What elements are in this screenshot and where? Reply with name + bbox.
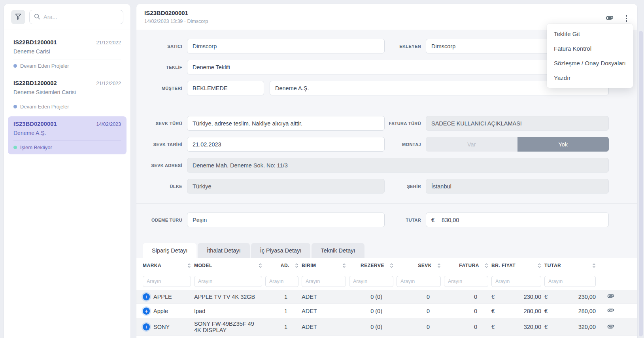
record-name: Deneme A.Ş. [13,130,121,136]
more-actions-button[interactable] [623,14,630,23]
order-items-table: MARKA MODEL AD. BİRİM REZERVE [136,258,637,336]
teklif-label: TEKLİF [136,65,182,70]
filter-input-rezerve[interactable] [349,276,393,287]
column-header-tutar[interactable]: TUTAR [544,263,596,268]
cell-fatura: 0 [444,324,488,330]
tutar-field[interactable]: € 830,00 [426,213,609,227]
expand-row-icon[interactable]: + [143,308,150,315]
record-date: 21/12/2022 [96,81,121,86]
row-attachment-icon[interactable] [607,323,615,332]
list-item-selected[interactable]: IS23BD0200001 14/02/2023 Deneme A.Ş. İşl… [8,116,127,154]
menu-item-fatura-kontrol[interactable]: Fatura Kontrol [547,41,633,56]
filter-button[interactable] [11,10,25,24]
montaj-option-yok[interactable]: Yok [517,137,609,152]
status-dot-icon [13,64,17,68]
attachments-button[interactable] [604,13,615,24]
cell-rezerve: 0 (0) [349,324,393,330]
cell-birim: ADET [302,324,346,330]
record-name: Deneme Carisi [13,48,121,55]
montaj-option-var[interactable]: Var [426,137,517,152]
record-code: IS22BD1200002 [13,80,57,86]
column-header-birim[interactable]: BİRİM [302,263,346,268]
filter-input-birim[interactable] [302,276,346,287]
cell-birim: ADET [302,294,346,300]
fatura-turu-field: SADECE KULLANICI AÇIKLAMASI [426,116,609,131]
sehir-field: İstanbul [426,179,609,194]
musteri-status-field[interactable]: BEKLEMEDE [187,81,264,95]
cell-tutar: €320,00 [544,324,596,330]
euro-symbol: € [431,217,434,223]
menu-item-sozlesme-onay-dosyalari[interactable]: Sözleşme / Onay Dosyaları [547,56,633,70]
column-header-ad[interactable]: AD. [265,263,298,268]
cell-ad: 1 [265,324,298,330]
teklif-field[interactable]: Deneme Teklifi [187,60,609,74]
list-item[interactable]: IS22BD1200002 21/12/2022 Deneme Sistemle… [8,76,127,114]
filter-input-marka[interactable] [143,276,191,287]
cell-br-fiyat: €280,00 [491,308,541,314]
tab-ithalat-detayi[interactable]: İthalat Detayı [198,243,249,258]
sort-icon [538,263,541,268]
form-section-shipping: SEVK TÜRÜ Türkiye, adrese teslim. Nakliy… [136,107,637,204]
cell-marka: APPLE [153,294,172,300]
sort-icon [592,263,596,268]
cell-model: SONY FW-49BZ35F 49 4K DISPLAY [194,321,262,333]
expand-row-icon[interactable]: + [143,293,150,300]
ulke-field: Türkiye [187,179,385,194]
status-label: İşlem Bekliyor [20,144,52,150]
kebab-icon [626,15,627,17]
column-header-fatura[interactable]: FATURA [444,263,488,268]
table-header-row: MARKA MODEL AD. BİRİM REZERVE [136,258,637,273]
column-header-br-fiyat[interactable]: BR. FİYAT [491,263,541,268]
sevk-turu-field[interactable]: Türkiye, adrese teslim. Nakliye alıcıya … [187,116,385,131]
filter-input-fatura[interactable] [444,276,488,287]
record-date: 14/02/2023 [96,122,121,127]
menu-item-teklife-git[interactable]: Teklife Git [547,27,633,41]
filter-input-ad[interactable] [265,276,298,287]
page-subtitle: 14/02/2023 13:39 · Dimscorp [144,19,629,24]
divider [13,59,121,59]
sevk-adresi-label: SEVK ADRESİ [136,163,182,168]
tutar-value: 830,00 [442,217,459,223]
fatura-turu-label: FATURA TÜRÜ [385,121,421,126]
expand-row-icon[interactable]: + [143,323,150,330]
column-header-rezerve[interactable]: REZERVE [349,263,393,268]
vertical-scrollbar[interactable] [639,31,643,336]
cell-model: APPLE TV TV 4K 32GB [194,294,262,300]
column-header-marka[interactable]: MARKA [143,263,191,268]
paperclip-icon [605,13,614,23]
satici-field[interactable]: Dimscorp [187,39,385,53]
sort-icon [259,263,262,268]
list-item[interactable]: IS22BD1200001 21/12/2022 Deneme Carisi D… [8,35,127,73]
filter-input-br-fiyat[interactable] [491,276,541,287]
musteri-label: MÜŞTERİ [136,86,182,91]
row-attachment-icon[interactable] [607,306,615,315]
record-status: Devam Eden Projeler [13,104,121,110]
divider [13,141,121,141]
table-filter-row [136,273,637,290]
record-status: İşlem Bekliyor [13,144,121,150]
cell-fatura: 0 [444,308,488,314]
search-box[interactable] [29,10,123,24]
filter-input-sevk[interactable] [397,276,441,287]
sevk-tarihi-field[interactable]: 21.02.2023 [187,137,385,152]
tab-ic-piyasa-detayi[interactable]: İç Piyasa Detayı [251,243,311,258]
filter-input-model[interactable] [194,276,262,287]
tab-teknik-detayi[interactable]: Teknik Detayı [312,243,364,258]
cell-br-fiyat: €320,00 [491,324,541,330]
search-input[interactable] [43,14,119,20]
tab-siparis-detayi[interactable]: Sipariş Detayı [143,243,196,258]
montaj-label: MONTAJ [385,142,421,147]
record-code: IS22BD1200001 [13,39,57,46]
row-attachment-icon[interactable] [607,292,615,301]
sort-icon [295,263,298,268]
table-row: + Apple Ipad 1 ADET 0 (0) 0 0 €280,00 €2… [136,304,637,318]
column-header-model[interactable]: MODEL [194,263,262,268]
record-code: IS23BD0200001 [13,121,57,127]
column-header-sevk[interactable]: SEVK [397,263,441,268]
sevk-tarihi-label: SEVK TARİHİ [136,142,182,147]
menu-item-yazdir[interactable]: Yazdır [547,70,633,85]
odeme-turu-field[interactable]: Peşin [187,213,385,227]
filter-input-tutar[interactable] [544,276,596,287]
sehir-label: ŞEHİR [385,184,421,189]
montaj-toggle[interactable]: Var Yok [426,137,609,152]
